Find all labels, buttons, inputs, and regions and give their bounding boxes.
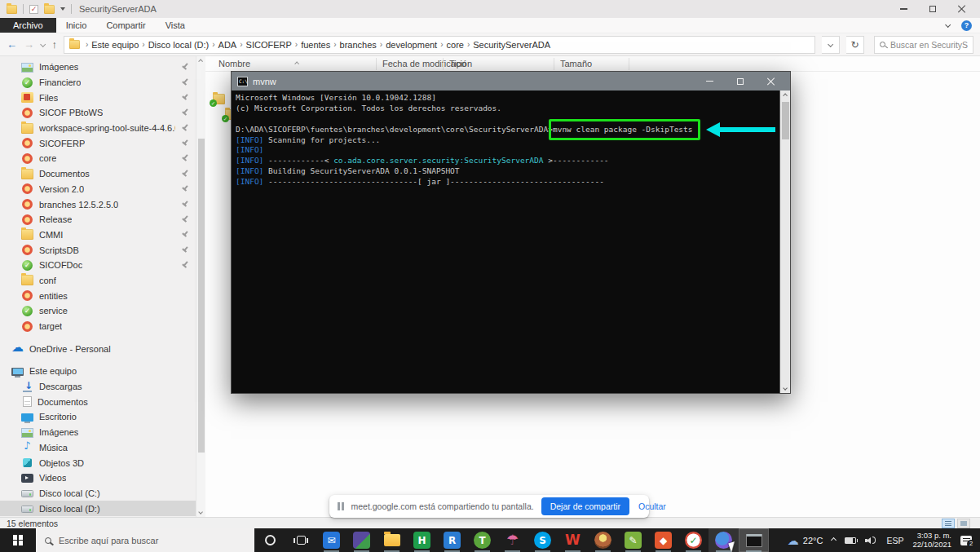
thumbnail-view-button[interactable] (957, 519, 970, 528)
column-header-tama-o[interactable]: Tamaño (560, 59, 592, 68)
sidebar-item-disco-local-c[interactable]: Disco local (C:) (0, 486, 205, 501)
close-button[interactable] (956, 3, 969, 15)
task-view-button[interactable] (285, 528, 316, 552)
start-button[interactable] (0, 528, 36, 552)
sidebar-item-im-genes[interactable]: Imágenes (0, 425, 205, 440)
address-bar[interactable]: ›Este equipo›Disco local (D:)›ADA›SICOFE… (64, 36, 815, 54)
keyboard-language[interactable]: ESP (886, 536, 903, 545)
address-dropdown-button[interactable] (822, 36, 840, 54)
hide-link[interactable]: Ocultar (638, 501, 666, 511)
cmd-titlebar[interactable]: C:\ mvnw (232, 72, 790, 91)
help-icon[interactable]: ? (961, 20, 972, 31)
scrollbar-thumb[interactable] (782, 102, 789, 139)
sidebar-item-financiero[interactable]: Financiero (0, 75, 205, 91)
sidebar-item-release[interactable]: Release (0, 212, 205, 227)
sidebar-item-service[interactable]: service (0, 303, 205, 319)
breadcrumb-item-este-equipo[interactable]: Este equipo (91, 40, 139, 50)
taskbar-browser-profile-app[interactable] (709, 528, 739, 552)
cortana-button[interactable] (254, 528, 285, 552)
taskbar-browser-app[interactable] (588, 528, 618, 552)
scroll-up-icon[interactable] (196, 56, 205, 66)
taskbar-image-editor-app[interactable]: ✎ (618, 528, 648, 552)
cmd-scrollbar[interactable] (779, 91, 790, 393)
sidebar-item-descargas[interactable]: Descargas (0, 379, 205, 395)
recent-locations-dropdown-icon[interactable] (40, 42, 46, 48)
sidebar-item-m-sica[interactable]: Música (0, 440, 205, 456)
details-view-button[interactable] (942, 519, 955, 528)
sidebar-item-onedrive-personal[interactable]: OneDrive - Personal (0, 341, 205, 356)
taskbar-h-app[interactable]: H (407, 528, 437, 552)
refresh-button[interactable]: ↻ (846, 36, 864, 54)
taskbar-orange-app[interactable]: ◆ (648, 528, 678, 552)
breadcrumb-item-sicoferp[interactable]: SICOFERP (246, 40, 292, 50)
sidebar-item-version-2-0[interactable]: Version 2.0 (0, 182, 205, 197)
taskbar-runner-app[interactable]: R (437, 528, 467, 552)
search-input[interactable] (890, 40, 968, 50)
sidebar-item-sicofdoc[interactable]: SICOFDoc (0, 258, 205, 273)
cmd-maximize-button[interactable] (734, 76, 747, 87)
sidebar-item-sicof-pbtows[interactable]: SICOF PBtoWS (0, 105, 205, 121)
sidebar-item-scriptsdb[interactable]: ScriptsDB (0, 242, 205, 258)
taskbar-wps-office[interactable]: W (558, 528, 588, 552)
sidebar-item-core[interactable]: core (0, 151, 205, 166)
breadcrumb-item-fuentes[interactable]: fuentes (301, 40, 330, 50)
sidebar-scrollbar[interactable] (196, 56, 205, 517)
sidebar-item-im-genes[interactable]: Imágenes (0, 60, 205, 75)
quick-access-toolbar-dropdown-icon[interactable] (60, 7, 65, 11)
breadcrumb-item-securityserverada[interactable]: SecurityServerADA (473, 40, 550, 50)
expand-ribbon-icon[interactable] (945, 22, 951, 29)
sidebar-item-disco-local-d[interactable]: Disco local (D:) (0, 501, 205, 516)
taskbar-cmd-app[interactable] (739, 528, 769, 552)
back-button[interactable]: ← (7, 39, 17, 50)
sidebar-item-documentos[interactable]: Documentos (0, 394, 205, 409)
show-hidden-icons-button[interactable] (831, 537, 837, 543)
sidebar-item-sicoferp[interactable]: SICOFERP (0, 135, 205, 151)
sidebar-item-este-equipo[interactable]: Este equipo (0, 364, 205, 379)
minimize-button[interactable] (897, 3, 910, 15)
properties-quick-access-icon[interactable] (29, 5, 38, 14)
weather-widget[interactable]: ☁ 22°C (788, 535, 823, 546)
clock[interactable]: 3:03 p. m. 22/10/2021 (912, 532, 951, 549)
breadcrumb-item-branches[interactable]: branches (340, 40, 377, 50)
explorer-search-box[interactable] (874, 36, 973, 54)
menu-tab-compartir[interactable]: Compartir (96, 18, 155, 33)
sidebar-item-files[interactable]: Files (0, 90, 205, 105)
taskbar-search[interactable] (36, 528, 254, 552)
taskbar-mail-app[interactable]: ✉ (316, 528, 347, 552)
sidebar-item-branches-12-5-2-5-0[interactable]: branches 12.5.2.5.0 (0, 197, 205, 212)
taskbar-umbrella-app[interactable]: ☂ (497, 528, 528, 552)
sidebar-item-cmmi[interactable]: CMMI (0, 227, 205, 243)
sidebar-item-conf[interactable]: conf (0, 273, 205, 289)
scrollbar-thumb[interactable] (198, 139, 205, 453)
menu-tab-archivo[interactable]: Archivo (0, 18, 56, 33)
forward-button[interactable]: → (24, 39, 34, 50)
sidebar-item-videos[interactable]: Videos (0, 470, 205, 486)
cmd-minimize-button[interactable] (703, 76, 716, 87)
menu-tab-vista[interactable]: Vista (156, 18, 195, 33)
scroll-up-icon[interactable] (780, 91, 790, 100)
taskbar-skype[interactable]: S (528, 528, 558, 552)
sidebar-item-entities[interactable]: entities (0, 288, 205, 303)
sidebar-item-workspace-spring-tool-suite-4-4-6-0-releasi[interactable]: workspace-spring-tool-suite-4-4.6.0.RELE… (0, 121, 205, 136)
volume-icon[interactable] (865, 536, 877, 545)
new-folder-quick-access-icon[interactable] (44, 5, 55, 14)
breadcrumb-item-disco-local-d[interactable]: Disco local (D:) (148, 40, 210, 50)
menu-tab-inicio[interactable]: Inicio (56, 18, 97, 33)
up-button[interactable]: ↑ (51, 39, 57, 50)
taskbar-file-explorer[interactable] (377, 528, 407, 552)
file-row-folder-check-icon[interactable] (213, 94, 225, 104)
taskbar-password-app[interactable] (347, 528, 377, 552)
sidebar-item-target[interactable]: target (0, 319, 205, 334)
sidebar-item-escritorio[interactable]: Escritorio (0, 409, 205, 425)
taskbar-tortoisesvn-app[interactable]: T (467, 528, 497, 552)
sidebar-item-documentos[interactable]: Documentos (0, 166, 205, 182)
cmd-console[interactable]: Microsoft Windows [Versión 10.0.19042.12… (232, 91, 790, 393)
taskbar-scheduler-app[interactable]: ✓ (678, 528, 709, 552)
scroll-down-icon[interactable] (196, 507, 205, 517)
breadcrumb-item-development[interactable]: development (386, 40, 437, 50)
taskbar-search-input[interactable] (59, 536, 245, 545)
maximize-button[interactable] (926, 3, 939, 15)
sidebar-item-objetos-3d[interactable]: Objetos 3D (0, 455, 205, 470)
breadcrumb-item-core[interactable]: core (447, 40, 464, 50)
notification-center-button[interactable]: 2 (960, 536, 972, 545)
